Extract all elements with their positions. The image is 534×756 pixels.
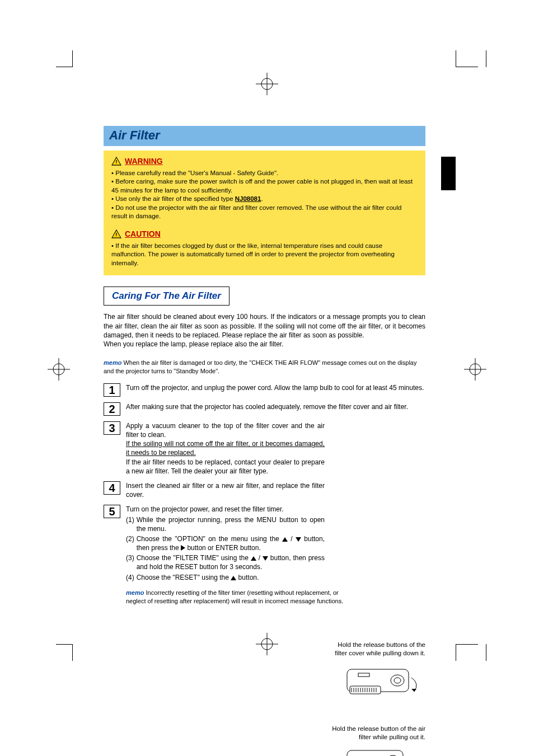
step-number: 2 [104, 402, 120, 416]
section-title: Air Filter [104, 126, 425, 146]
step-2: 2 After making sure that the projector h… [104, 402, 425, 416]
memo-note-2: memo Incorrectly resetting of the filter… [126, 589, 350, 605]
down-arrow-icon [296, 537, 301, 542]
projector-illustration-icon [341, 661, 425, 700]
step-number: 3 [104, 421, 120, 435]
registration-mark-top [256, 73, 278, 95]
step-number: 1 [104, 383, 120, 397]
svg-rect-34 [347, 750, 403, 756]
right-arrow-icon [181, 545, 185, 551]
caution-triangle-icon: ! [111, 229, 121, 238]
substep-1: (1) While the projector running, press t… [126, 515, 325, 533]
intro-paragraph: The air filter should be cleaned about e… [104, 312, 425, 349]
substep-number: (3) [126, 553, 134, 571]
page-content: Air Filter ! WARNING • Please carefully … [104, 126, 425, 605]
svg-marker-33 [411, 689, 416, 692]
step-number: 4 [104, 481, 120, 495]
memo-label: memo [126, 589, 144, 596]
svg-text:!: ! [115, 232, 117, 238]
step-number: 5 [104, 505, 120, 518]
substep-number: (2) [126, 534, 134, 552]
crop-mark-br [456, 644, 478, 661]
step-text: Apply a vacuum cleaner to the top of the… [126, 421, 325, 476]
warning-triangle-icon: ! [111, 157, 121, 166]
step3-line-b: If the soiling will not come off the air… [126, 440, 325, 457]
admonition-box: ! WARNING • Please carefully read the "U… [104, 151, 425, 275]
substep-3: (3) Choose the "FILTER TIME" using the /… [126, 553, 325, 571]
substep-text: Choose the "OPTION" on the menu using th… [137, 534, 325, 552]
step-text: After making sure that the projector has… [126, 402, 425, 416]
figure-caption: Hold the release buttons of the filter c… [330, 641, 425, 658]
substep-number: (1) [126, 515, 134, 533]
substep-2: (2) Choose the "OPTION" on the menu usin… [126, 534, 325, 552]
down-arrow-icon [263, 556, 268, 561]
up-arrow-icon [231, 576, 236, 580]
crop-mark-bl [56, 644, 73, 661]
step-text: Turn off the projector, and unplug the p… [126, 383, 425, 397]
step-text: Insert the cleaned air filter or a new a… [126, 481, 325, 499]
projector-illustration-icon [341, 745, 425, 756]
step-4: 4 Insert the cleaned air filter or a new… [104, 481, 425, 499]
memo-text: Incorrectly resetting of the filter time… [126, 589, 343, 604]
caution-label: CAUTION [125, 229, 161, 240]
registration-mark-left [48, 358, 70, 381]
step-1: 1 Turn off the projector, and unplug the… [104, 383, 425, 397]
memo-label: memo [104, 359, 121, 366]
registration-mark-right [464, 358, 486, 381]
crop-mark-tr [456, 50, 478, 67]
caution-text: • If the air filter becomes clogged by d… [111, 242, 418, 268]
page-edge-tab [441, 157, 456, 190]
up-arrow-icon [251, 556, 256, 561]
figure-caption: Hold the release button of the air filte… [330, 725, 425, 741]
substep-text: Choose the "RESET" using the button. [137, 573, 325, 582]
caution-heading: ! CAUTION [111, 229, 418, 240]
substep-number: (4) [126, 573, 134, 582]
step3-line-a: Apply a vacuum cleaner to the top of the… [126, 422, 325, 439]
substep-text: Choose the "FILTER TIME" using the / but… [137, 553, 325, 571]
figure-filter-cover: Hold the release buttons of the filter c… [330, 641, 425, 702]
svg-rect-32 [358, 673, 369, 677]
subsection-title: Caring For The Air Filter [104, 287, 229, 306]
warning-heading: ! WARNING [111, 156, 418, 167]
step5-lead: Turn on the projector power, and reset t… [126, 505, 284, 513]
substeps: (1) While the projector running, press t… [126, 515, 325, 582]
steps-list: 1 Turn off the projector, and unplug the… [104, 383, 425, 583]
warning-label: WARNING [125, 156, 163, 167]
substep-text: While the projector running, press the M… [137, 515, 325, 533]
svg-text:!: ! [115, 159, 117, 165]
crop-mark-tl [56, 50, 73, 67]
figure-air-filter: Hold the release button of the air filte… [330, 725, 425, 756]
substep-4: (4) Choose the "RESET" using the button. [126, 573, 325, 582]
step-text: Turn on the projector power, and reset t… [126, 505, 325, 583]
svg-point-31 [394, 678, 401, 683]
memo-note-1: memo When the air filter is damaged or t… [104, 359, 425, 375]
registration-mark-bottom [256, 633, 278, 655]
step-5: 5 Turn on the projector power, and reset… [104, 505, 425, 583]
up-arrow-icon [282, 537, 288, 542]
warning-text: • Please carefully read the "User's Manu… [111, 169, 418, 221]
memo-text: When the air filter is damaged or too di… [104, 359, 416, 374]
step-3: 3 Apply a vacuum cleaner to the top of t… [104, 421, 425, 476]
warning-part-number: NJ08081 [235, 195, 261, 202]
step3-line-c: If the air filter needs to be replaced, … [126, 458, 325, 475]
